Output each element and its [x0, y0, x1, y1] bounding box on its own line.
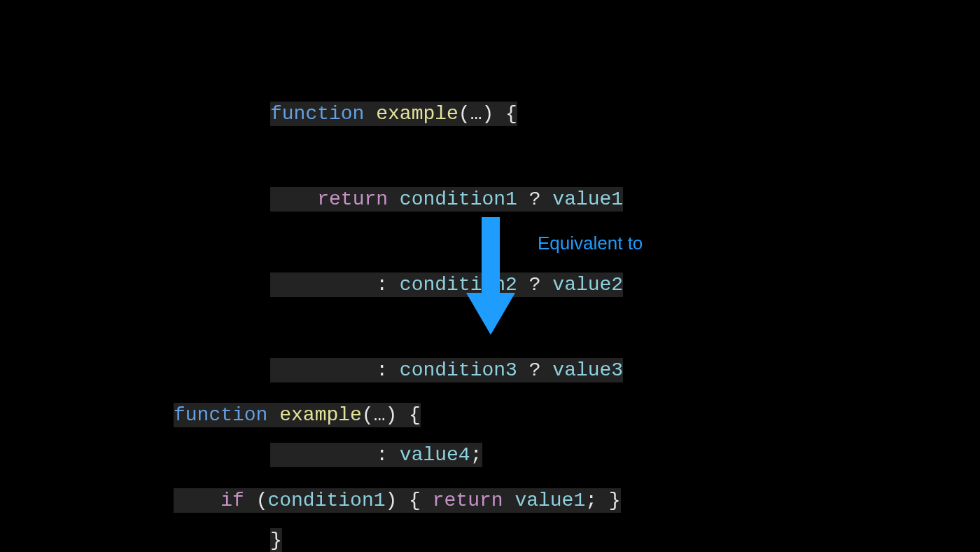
identifier: value1: [552, 188, 623, 210]
code-line: return condition1 ? value1: [270, 186, 623, 214]
ellipsis-icon: …: [470, 103, 482, 125]
function-name: example: [279, 404, 362, 426]
svg-rect-0: [482, 217, 500, 294]
code-line: function example(…) {: [174, 401, 680, 430]
svg-marker-1: [466, 293, 515, 335]
code-line: if (condition1) { return value1; }: [174, 487, 680, 516]
code-block-ifelse: function example(…) { if (condition1) { …: [174, 345, 680, 552]
keyword-function: function: [270, 103, 364, 125]
arrow-down-icon: [459, 217, 522, 336]
equivalence-arrow: Equivalent to: [459, 217, 643, 336]
ternary-question: ?: [529, 188, 541, 210]
identifier: condition1: [267, 490, 385, 511]
arrow-label: Equivalent to: [538, 233, 643, 254]
code-line: function example(…) {: [270, 100, 623, 129]
keyword-return: return: [433, 490, 503, 511]
keyword-return: return: [317, 188, 388, 210]
identifier: value1: [514, 490, 585, 511]
stage: function example(…) { return condition1 …: [0, 0, 980, 552]
identifier: condition1: [400, 188, 517, 210]
ellipsis-icon: …: [374, 404, 386, 426]
keyword-function: function: [174, 404, 267, 426]
keyword-if: if: [220, 490, 244, 511]
function-name: example: [376, 103, 458, 125]
ternary-colon: :: [376, 274, 388, 296]
